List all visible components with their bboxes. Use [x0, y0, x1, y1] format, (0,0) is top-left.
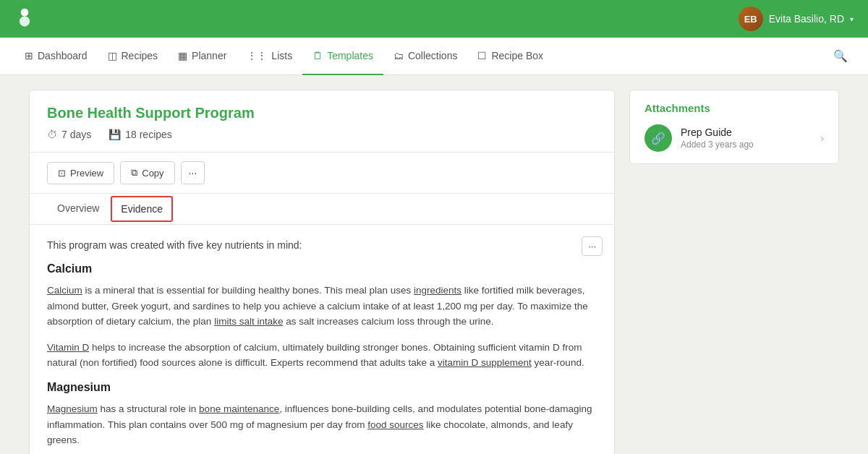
- attachment-name: Prep Guide: [681, 127, 754, 138]
- svg-point-0: [21, 9, 29, 17]
- search-icon[interactable]: 🔍: [827, 43, 854, 69]
- program-meta: ⏱ 7 days 💾 18 recipes: [47, 129, 597, 140]
- vitamin-d-link[interactable]: Vitamin D: [47, 342, 89, 353]
- templates-icon: 🗒: [312, 50, 323, 61]
- tab-overview[interactable]: Overview: [47, 194, 109, 224]
- attachments-card: Attachments 🔗 Prep Guide Added 3 years a…: [629, 90, 839, 164]
- limits-salt-link[interactable]: limits salt intake: [214, 316, 283, 327]
- preview-icon: ⊡: [58, 168, 66, 179]
- attachment-info: Prep Guide Added 3 years ago: [681, 127, 754, 150]
- program-header: Bone Health Support Program ⏱ 7 days 💾 1…: [30, 90, 614, 153]
- tab-overview-label: Overview: [57, 202, 99, 214]
- nav-item-dashboard[interactable]: ⊞ Dashboard: [14, 38, 98, 75]
- nav-items: ⊞ Dashboard ◫ Recipes ▦ Planner ⋮⋮ Lists…: [14, 38, 553, 75]
- preview-button[interactable]: ⊡ Preview: [47, 162, 114, 184]
- vitamin-d-supplement-link[interactable]: vitamin D supplement: [438, 357, 532, 368]
- recipes-value: 18 recipes: [125, 129, 172, 140]
- clock-icon: ⏱: [47, 129, 57, 140]
- magnesium-title: Magnesium: [47, 381, 597, 394]
- user-menu[interactable]: EB Evita Basilio, RD ▾: [739, 7, 854, 31]
- attachment-link-icon: 🔗: [644, 124, 672, 152]
- attachment-item[interactable]: 🔗 Prep Guide Added 3 years ago ›: [644, 124, 824, 152]
- nav-label-planner: Planner: [192, 50, 226, 61]
- nav-item-lists[interactable]: ⋮⋮ Lists: [237, 38, 302, 75]
- magnesium-link[interactable]: Magnesium: [47, 403, 98, 414]
- calcium-para-2: Vitamin D helps to increase the absorpti…: [47, 340, 597, 371]
- nav-item-templates[interactable]: 🗒 Templates: [302, 38, 383, 75]
- nav-label-templates: Templates: [327, 50, 373, 61]
- more-actions-button[interactable]: ···: [181, 161, 205, 184]
- nav-label-lists: Lists: [271, 50, 292, 61]
- program-title: Bone Health Support Program: [47, 105, 597, 121]
- nav-label-collections: Collections: [408, 50, 457, 61]
- calcium-link[interactable]: Calcium: [47, 285, 82, 296]
- svg-point-1: [20, 16, 30, 26]
- ingredients-link[interactable]: ingredients: [414, 285, 461, 296]
- content-tabs: Overview Evidence: [30, 194, 614, 225]
- content-intro: This program was created with five key n…: [47, 239, 597, 251]
- copy-label: Copy: [142, 168, 163, 179]
- food-sources-link[interactable]: food sources: [367, 419, 423, 430]
- recipes-icon: ◫: [108, 50, 117, 61]
- preview-label: Preview: [70, 168, 103, 179]
- top-bar: EB Evita Basilio, RD ▾: [0, 0, 868, 38]
- nav-label-dashboard: Dashboard: [38, 50, 88, 61]
- avatar: EB: [739, 7, 763, 31]
- nav-item-planner[interactable]: ▦ Planner: [168, 38, 237, 75]
- planner-icon: ▦: [178, 50, 187, 61]
- calcium-section: Calcium Calcium is a mineral that is ess…: [47, 262, 597, 371]
- content-more-button[interactable]: ···: [582, 236, 603, 256]
- user-name: Evita Basilio, RD: [769, 13, 844, 25]
- calcium-para-1: Calcium is a mineral that is essential f…: [47, 283, 597, 330]
- attachments-title: Attachments: [644, 102, 824, 114]
- days-value: 7 days: [61, 129, 91, 140]
- meta-recipes: 💾 18 recipes: [109, 129, 172, 140]
- logo: [14, 7, 35, 30]
- content-body: ··· This program was created with five k…: [30, 225, 614, 454]
- collections-icon: 🗂: [393, 50, 404, 61]
- magnesium-para-1: Magnesium has a structural role in bone …: [47, 401, 597, 448]
- program-panel: Bone Health Support Program ⏱ 7 days 💾 1…: [29, 90, 615, 454]
- nav-label-recipes: Recipes: [122, 50, 158, 61]
- copy-button[interactable]: ⧉ Copy: [120, 161, 174, 184]
- attachment-left: 🔗 Prep Guide Added 3 years ago: [644, 124, 754, 152]
- bone-maintenance-link[interactable]: bone maintenance: [199, 403, 279, 414]
- nav-item-collections[interactable]: 🗂 Collections: [383, 38, 467, 75]
- main-content: Bone Health Support Program ⏱ 7 days 💾 1…: [14, 75, 854, 454]
- program-actions: ⊡ Preview ⧉ Copy ···: [30, 153, 614, 194]
- lists-icon: ⋮⋮: [247, 50, 267, 61]
- tab-evidence-label: Evidence: [121, 203, 163, 215]
- copy-icon: ⧉: [131, 167, 137, 179]
- user-chevron-icon: ▾: [850, 15, 854, 23]
- nav-item-recipes[interactable]: ◫ Recipes: [98, 38, 169, 75]
- nav-bar: ⊞ Dashboard ◫ Recipes ▦ Planner ⋮⋮ Lists…: [0, 38, 868, 75]
- nav-label-recipebox: Recipe Box: [491, 50, 543, 61]
- recipes-meta-icon: 💾: [109, 129, 121, 140]
- calcium-title: Calcium: [47, 262, 597, 275]
- attachment-chevron-icon: ›: [820, 132, 824, 144]
- recipebox-icon: ☐: [477, 50, 487, 61]
- meta-days: ⏱ 7 days: [47, 129, 91, 140]
- ellipsis-icon: ···: [189, 167, 197, 179]
- magnesium-section: Magnesium Magnesium has a structural rol…: [47, 381, 597, 448]
- tab-evidence[interactable]: Evidence: [111, 196, 173, 222]
- dashboard-icon: ⊞: [25, 50, 33, 61]
- attachment-date: Added 3 years ago: [681, 140, 754, 150]
- right-panel: Attachments 🔗 Prep Guide Added 3 years a…: [629, 90, 839, 454]
- nav-item-recipebox[interactable]: ☐ Recipe Box: [467, 38, 553, 75]
